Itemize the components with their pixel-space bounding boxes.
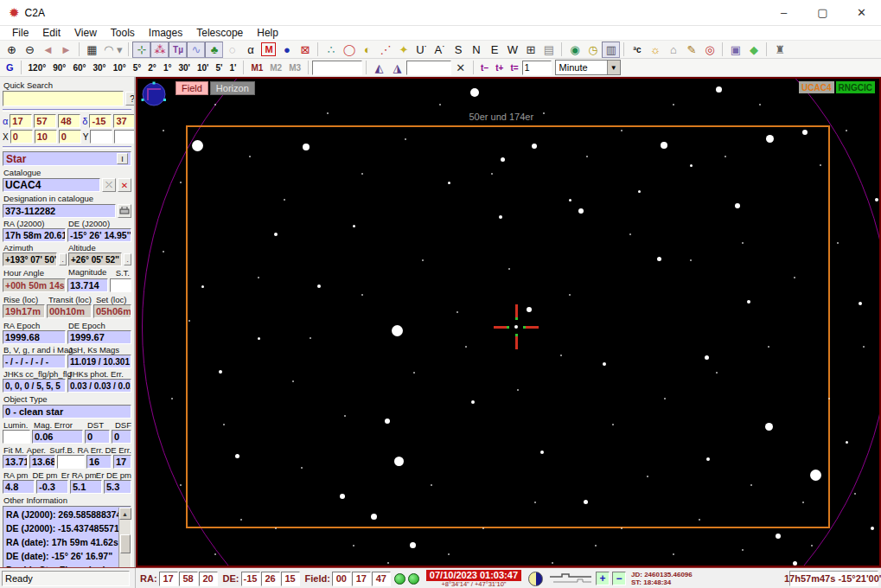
greek-labels-icon[interactable]: α bbox=[241, 42, 259, 58]
goto-button[interactable]: G bbox=[3, 62, 17, 73]
time-button-0[interactable]: t− bbox=[477, 61, 492, 75]
chevron-down-icon[interactable]: ▼ bbox=[607, 61, 620, 74]
quick-search-input[interactable] bbox=[3, 91, 124, 106]
mark-button-m2[interactable]: M2 bbox=[266, 61, 285, 75]
planets-icon[interactable]: ● bbox=[278, 42, 296, 58]
milky-way-icon[interactable]: ∿ bbox=[187, 42, 205, 58]
zoom-preset-60d[interactable]: 60° bbox=[69, 61, 89, 75]
altitude-more-button[interactable]: . bbox=[124, 253, 131, 265]
flip-vertical-icon[interactable]: ◮ bbox=[388, 60, 406, 76]
y-box-1[interactable] bbox=[114, 130, 136, 144]
sky-chart-canvas[interactable]: 50er und 174er FieldHorizon UCAC4RNGCIC bbox=[136, 77, 881, 567]
green-plate-icon[interactable]: ◆ bbox=[744, 42, 763, 58]
x-box-1[interactable]: 10 bbox=[35, 130, 57, 144]
status-field-box-0[interactable]: 00 bbox=[332, 572, 351, 586]
scroll-thumb[interactable] bbox=[120, 534, 131, 553]
ellipse-outline-icon[interactable]: ◌ bbox=[223, 42, 241, 58]
object-name-input[interactable] bbox=[406, 61, 451, 75]
status-de-box-0[interactable]: -15 bbox=[241, 572, 260, 586]
constellation-names-icon[interactable]: Tµ bbox=[169, 42, 187, 58]
x-box-0[interactable]: 0 bbox=[10, 130, 33, 144]
south-icon[interactable]: S bbox=[449, 42, 467, 58]
other-info-scrollbar[interactable]: ▲ ▼ bbox=[118, 508, 131, 567]
mark-button-m3[interactable]: M3 bbox=[285, 61, 304, 75]
status-de-box-2[interactable]: 15 bbox=[281, 572, 300, 586]
status-field-box-2[interactable]: 47 bbox=[372, 572, 391, 586]
menu-file[interactable]: File bbox=[5, 27, 35, 39]
zoom-preset-90d[interactable]: 90° bbox=[49, 61, 69, 75]
menu-help[interactable]: Help bbox=[250, 27, 285, 39]
chart-tab-field[interactable]: Field bbox=[176, 81, 208, 95]
star-colors-icon[interactable]: ∴ bbox=[322, 42, 340, 58]
status-ra-box-1[interactable]: 58 bbox=[179, 572, 198, 586]
messier-icon[interactable]: M bbox=[261, 42, 276, 56]
menu-telescope[interactable]: Telescope bbox=[189, 27, 250, 39]
ground-tree-icon[interactable]: ♣ bbox=[205, 42, 223, 58]
azimuth-more-button[interactable]: . bbox=[59, 253, 67, 265]
center-cross-icon[interactable]: ⊹ bbox=[132, 42, 150, 58]
zoom-preset-5m[interactable]: 5' bbox=[212, 61, 226, 75]
comets-icon[interactable]: ✦ bbox=[394, 42, 412, 58]
horizon-dome-icon[interactable]: ◠ ▾ bbox=[101, 42, 124, 58]
time-button-1[interactable]: t+ bbox=[492, 61, 507, 75]
de-box-0[interactable]: -15 bbox=[89, 114, 112, 128]
time-step-input[interactable] bbox=[522, 61, 552, 75]
status-ra-box-0[interactable]: 17 bbox=[159, 572, 178, 586]
zoom-out-icon[interactable]: ⊖ bbox=[21, 42, 39, 58]
time-button-2[interactable]: t= bbox=[507, 61, 521, 75]
side-panel-icon[interactable]: ▥ bbox=[602, 42, 620, 58]
observatory-icon[interactable]: ⌂ bbox=[664, 42, 682, 58]
grid-icon[interactable]: ▦ bbox=[83, 42, 101, 58]
catalogue-select-icon[interactable]: ⤫ bbox=[102, 178, 116, 192]
ra-box-2[interactable]: 48 bbox=[58, 114, 80, 128]
catalogue-clear-icon[interactable]: ✕ bbox=[118, 178, 131, 192]
maximize-button[interactable]: ▢ bbox=[803, 0, 842, 25]
ra-box-0[interactable]: 17 bbox=[10, 114, 32, 128]
north-icon[interactable]: N bbox=[467, 42, 485, 58]
zoom-preset-30d[interactable]: 30° bbox=[90, 61, 110, 75]
earth-icon[interactable]: ◉ bbox=[565, 42, 584, 58]
gear-icon[interactable]: ☼ bbox=[646, 42, 664, 58]
asteroids-icon[interactable]: ⋰ bbox=[376, 42, 394, 58]
object-info-button[interactable]: I bbox=[117, 153, 128, 164]
east-icon[interactable]: E bbox=[485, 42, 503, 58]
west-icon[interactable]: W bbox=[503, 42, 521, 58]
finder-circle-icon[interactable]: ◎ bbox=[700, 42, 718, 58]
printer-icon[interactable] bbox=[118, 204, 131, 218]
zoom-preset-10m[interactable]: 10' bbox=[194, 61, 213, 75]
clock-icon[interactable]: ◷ bbox=[584, 42, 602, 58]
ra-box-1[interactable]: 57 bbox=[34, 114, 56, 128]
zoom-preset-30m[interactable]: 30' bbox=[175, 61, 194, 75]
ground-fill-icon[interactable]: ▤ bbox=[539, 42, 558, 58]
zoom-preset-1d[interactable]: 1° bbox=[160, 61, 176, 75]
time-minus-button[interactable]: − bbox=[612, 572, 626, 585]
menu-tools[interactable]: Tools bbox=[104, 27, 142, 39]
minimize-button[interactable]: – bbox=[764, 0, 803, 25]
zoom-preset-2d[interactable]: 2° bbox=[144, 61, 160, 75]
pan-left-icon[interactable]: ◄ bbox=[39, 42, 57, 58]
menu-edit[interactable]: Edit bbox=[35, 27, 67, 39]
status-de-box-1[interactable]: 26 bbox=[261, 572, 280, 586]
chart-tab-horizon[interactable]: Horizon bbox=[210, 81, 255, 95]
image-frame-icon[interactable]: ▣ bbox=[726, 42, 744, 58]
zoom-preset-5d[interactable]: 5° bbox=[130, 61, 145, 75]
clear-icon[interactable]: ✕ bbox=[451, 60, 469, 76]
current-datetime[interactable]: 07/10/2023 01:03:47 bbox=[426, 570, 521, 581]
fit-view-icon[interactable]: ⊞ bbox=[521, 42, 539, 58]
x-box-2[interactable]: 0 bbox=[59, 130, 81, 144]
mark-button-m1[interactable]: M1 bbox=[247, 61, 266, 75]
zoom-preset-10d[interactable]: 10° bbox=[110, 61, 130, 75]
font-size-icon[interactable]: ªc bbox=[628, 42, 646, 58]
zoom-in-icon[interactable]: ⊕ bbox=[3, 42, 21, 58]
zoom-preset-120d[interactable]: 120° bbox=[25, 61, 50, 75]
pan-right-icon[interactable]: ► bbox=[57, 42, 75, 58]
de-box-1[interactable]: 37 bbox=[113, 114, 136, 128]
time-unit-select[interactable]: Minute ▼ bbox=[555, 60, 621, 75]
time-plus-button[interactable]: + bbox=[596, 572, 610, 585]
status-ra-box-2[interactable]: 20 bbox=[199, 572, 218, 586]
dss-frame-icon[interactable]: ⊠ bbox=[296, 42, 314, 58]
y-box-0[interactable] bbox=[90, 130, 112, 144]
close-button[interactable]: ✕ bbox=[842, 0, 881, 25]
asteroid-label-icon[interactable]: A˙ bbox=[431, 42, 449, 58]
status-field-box-1[interactable]: 17 bbox=[352, 572, 371, 586]
